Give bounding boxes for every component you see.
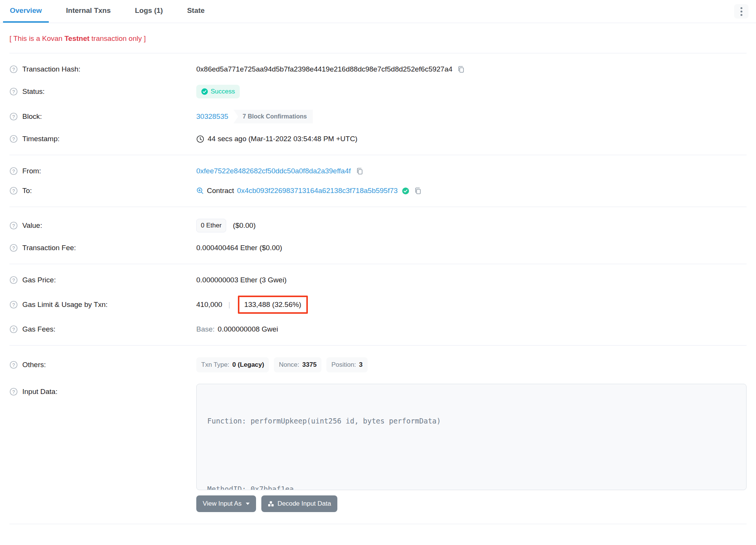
tab-bar: Overview Internal Txns Logs (1) State [0, 0, 756, 23]
success-check-icon [201, 88, 208, 95]
row-gas-limit-usage: ? Gas Limit & Usage by Txn: 410,000 | 13… [9, 290, 747, 319]
notice-bold: Testnet [64, 34, 89, 42]
view-input-as-button[interactable]: View Input As [196, 495, 256, 512]
row-gas-fees: ? Gas Fees: Base: 0.000000008 Gwei [9, 319, 747, 339]
copy-icon[interactable] [414, 187, 422, 195]
gas-price-label: Gas Price: [22, 276, 56, 284]
help-icon[interactable]: ? [9, 167, 18, 175]
to-address-link[interactable]: 0x4cb093f226983713164a62138c3f718a5b595f… [237, 187, 398, 195]
transaction-hash-label: Transaction Hash: [22, 65, 80, 73]
value-usd: ($0.00) [233, 221, 256, 230]
svg-text:?: ? [12, 246, 15, 251]
decode-input-data-label: Decode Input Data [278, 500, 331, 508]
txn-type-value: 0 (Legacy) [232, 361, 264, 369]
input-data-box[interactable]: Function: performUpkeep(uint256 id, byte… [196, 384, 747, 490]
help-icon[interactable]: ? [9, 65, 18, 73]
help-icon[interactable]: ? [9, 325, 18, 333]
copy-icon[interactable] [457, 65, 465, 73]
block-label: Block: [22, 112, 42, 121]
help-icon[interactable]: ? [9, 244, 18, 252]
tab-internal-txns[interactable]: Internal Txns [59, 0, 118, 23]
section-gas: ? Gas Price: 0.000000003 Ether (3 Gwei) … [9, 264, 747, 345]
copy-icon[interactable] [355, 167, 364, 175]
block-confirmations-badge: 7 Block Confirmations [234, 110, 313, 123]
status-badge: Success [196, 85, 240, 98]
gas-fees-base-value: 0.000000008 Gwei [218, 325, 278, 333]
testnet-notice: [ This is a Kovan Testnet transaction on… [9, 23, 747, 53]
row-transaction-fee: ? Transaction Fee: 0.000400464 Ether ($0… [9, 238, 747, 258]
svg-text:?: ? [12, 188, 15, 194]
help-icon[interactable]: ? [9, 87, 18, 96]
nonce-chip: Nonce: 3375 [274, 357, 321, 372]
input-data-method-line: MethodID: 0x7bbaf1ea [207, 483, 736, 490]
tab-logs[interactable]: Logs (1) [128, 0, 170, 23]
nonce-value: 3375 [302, 361, 317, 369]
help-icon[interactable]: ? [9, 276, 18, 284]
block-number-link[interactable]: 30328535 [196, 112, 228, 121]
svg-text:?: ? [12, 278, 15, 283]
from-address-link[interactable]: 0xfee7522e8482682cf50ddc50a0f8da2a39effa… [196, 167, 351, 175]
transaction-fee-value: 0.000400464 Ether ($0.00) [196, 244, 282, 252]
row-from: ? From: 0xfee7522e8482682cf50ddc50a0f8da… [9, 161, 747, 181]
help-icon[interactable]: ? [9, 221, 18, 230]
gas-limit-label: Gas Limit & Usage by Txn: [22, 301, 108, 309]
svg-text:?: ? [12, 327, 15, 332]
row-others: ? Others: Txn Type: 0 (Legacy) Nonce: 33… [9, 352, 747, 378]
svg-text:?: ? [12, 114, 15, 120]
timestamp-value: 44 secs ago (Mar-11-2022 03:54:48 PM +UT… [208, 135, 357, 143]
input-data-label: Input Data: [22, 388, 57, 396]
help-icon[interactable]: ? [9, 135, 18, 143]
svg-text:?: ? [12, 67, 15, 72]
resize-handle[interactable] [739, 483, 745, 488]
transaction-hash-value: 0x86ed5a771e725aa94d5b7fa2398e4419e216d8… [196, 65, 452, 73]
svg-text:?: ? [12, 302, 15, 308]
gas-fees-base-label: Base: [196, 325, 215, 333]
row-value: ? Value: 0 Ether ($0.00) [9, 213, 747, 238]
notice-prefix: [ This is a Kovan [9, 34, 64, 42]
help-icon[interactable]: ? [9, 112, 18, 121]
row-block: ? Block: 30328535 7 Block Confirmations [9, 104, 747, 129]
help-icon[interactable]: ? [9, 361, 18, 369]
transaction-fee-label: Transaction Fee: [22, 244, 76, 252]
tab-overview[interactable]: Overview [3, 0, 49, 23]
row-timestamp: ? Timestamp: 44 secs ago (Mar-11-2022 03… [9, 129, 747, 149]
position-value: 3 [359, 361, 362, 369]
help-icon[interactable]: ? [9, 388, 18, 396]
input-data-function-line: Function: performUpkeep(uint256 id, byte… [207, 415, 736, 427]
kebab-menu-button[interactable] [734, 4, 748, 19]
kebab-dot [740, 7, 742, 9]
svg-text:?: ? [12, 363, 15, 368]
nonce-key: Nonce: [279, 361, 299, 369]
gas-usage-annotation-box: 133,488 (32.56%) [238, 296, 308, 314]
section-overview-top: ? Transaction Hash: 0x86ed5a771e725aa94d… [9, 53, 747, 155]
view-input-as-label: View Input As [203, 500, 242, 508]
gas-price-value: 0.000000003 Ether (3 Gwei) [196, 276, 287, 284]
row-gas-price: ? Gas Price: 0.000000003 Ether (3 Gwei) [9, 270, 747, 290]
notice-suffix: transaction only ] [90, 34, 146, 42]
help-icon[interactable]: ? [9, 187, 18, 195]
decode-input-data-button[interactable]: Decode Input Data [261, 495, 338, 512]
ether-value-badge: 0 Ether [196, 219, 226, 232]
tab-state[interactable]: State [180, 0, 211, 23]
gas-usage-value: 133,488 (32.56%) [244, 301, 301, 308]
gas-fees-label: Gas Fees: [22, 325, 56, 333]
txn-type-chip: Txn Type: 0 (Legacy) [196, 357, 269, 372]
section-others-input: ? Others: Txn Type: 0 (Legacy) Nonce: 33… [9, 346, 747, 524]
row-to: ? To: Contract 0x4cb093f226983713164a621… [9, 181, 747, 201]
position-chip: Position: 3 [326, 357, 368, 372]
clock-icon [196, 135, 204, 143]
help-icon[interactable]: ? [9, 301, 18, 309]
svg-text:?: ? [12, 89, 15, 95]
svg-text:?: ? [12, 389, 15, 395]
row-input-data: ? Input Data: Function: performUpkeep(ui… [9, 378, 747, 518]
decode-icon [268, 501, 274, 507]
position-key: Position: [331, 361, 356, 369]
value-label: Value: [22, 221, 42, 230]
to-label: To: [22, 187, 32, 195]
gas-limit-value: 410,000 [196, 301, 222, 309]
magnifier-plus-icon[interactable] [196, 187, 204, 195]
verified-check-icon [402, 187, 409, 195]
row-transaction-hash: ? Transaction Hash: 0x86ed5a771e725aa94d… [9, 59, 747, 79]
kebab-dot [740, 14, 742, 16]
txn-type-key: Txn Type: [201, 361, 229, 369]
